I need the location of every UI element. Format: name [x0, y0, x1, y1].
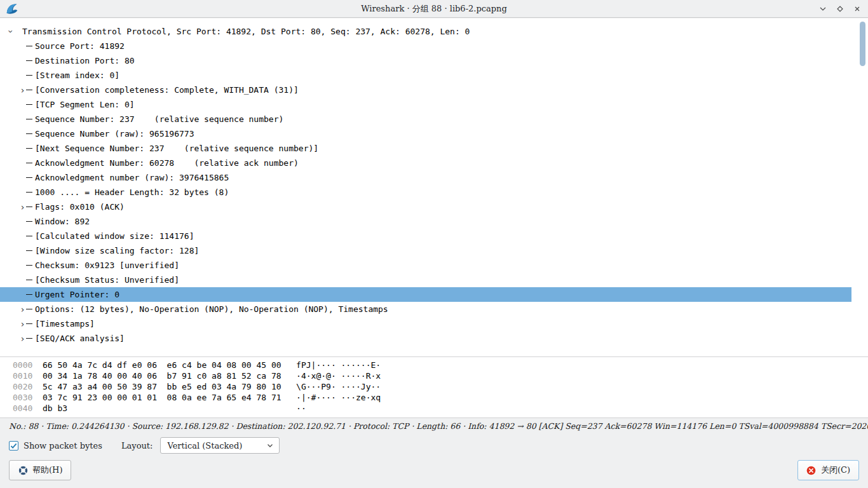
- show-packet-bytes-checkbox[interactable]: [9, 441, 18, 451]
- hex-row[interactable]: 001000 34 1a 78 40 00 40 06 b7 91 c0 a8 …: [13, 371, 868, 382]
- tree-branch-line: [26, 104, 32, 105]
- hex-ascii[interactable]: ··: [296, 403, 306, 413]
- packet-detail-pane: › Transmission Control Protocol, Src Por…: [0, 18, 868, 356]
- tree-branch-line: [26, 163, 32, 163]
- titlebar[interactable]: Wireshark · 分组 88 · lib6-2.pcapng: [0, 0, 868, 18]
- chevron-placeholder: [19, 214, 26, 229]
- tree-row[interactable]: [Window size scaling factor: 128]: [0, 243, 851, 258]
- hex-ascii[interactable]: ·4·x@·@· ·····R·x: [296, 371, 381, 381]
- chevron-placeholder: [19, 53, 26, 68]
- tree-row[interactable]: [Checksum Status: Unverified]: [0, 273, 851, 287]
- tree-row[interactable]: ›[Conversation completeness: Complete, W…: [0, 83, 851, 97]
- tree-branch-line: [26, 46, 32, 46]
- tree-item-label: Flags: 0x010 (ACK): [35, 202, 125, 212]
- tree-item-label: Urgent Pointer: 0: [35, 290, 119, 299]
- tree-row[interactable]: ›Flags: 0x010 (ACK): [0, 200, 851, 214]
- tree-row[interactable]: [Next Sequence Number: 237 (relative seq…: [0, 141, 851, 156]
- tree-item-label: [Stream index: 0]: [35, 71, 119, 80]
- tree-branch-line: [26, 280, 32, 280]
- tree-row[interactable]: ›[Timestamps]: [0, 316, 851, 331]
- hex-ascii[interactable]: \G···P9· ····Jy··: [296, 382, 381, 391]
- tree-row[interactable]: Window: 892: [0, 214, 851, 229]
- tree-branch-line: [26, 323, 32, 324]
- tree-row[interactable]: ›[SEQ/ACK analysis]: [0, 331, 851, 346]
- layout-select[interactable]: Vertical (Stacked): [160, 437, 280, 454]
- chevron-placeholder: [19, 170, 26, 185]
- tree-row[interactable]: ›Options: (12 bytes), No-Operation (NOP)…: [0, 302, 851, 316]
- hex-row[interactable]: 003003 7c 91 23 00 00 01 01 08 0a ee 7a …: [13, 393, 868, 403]
- expand-chevron-icon[interactable]: ›: [19, 83, 26, 97]
- chevron-placeholder: [19, 258, 26, 273]
- tree-branch-line: [26, 207, 32, 207]
- scrollbar-thumb[interactable]: [860, 22, 865, 66]
- tree-item-label: Options: (12 bytes), No-Operation (NOP),…: [35, 304, 388, 314]
- tree-item-label: [Checksum Status: Unverified]: [35, 275, 179, 285]
- packet-summary-line: No.: 88 · Time: 0.244264130 · Source: 19…: [9, 421, 854, 431]
- help-icon: [18, 465, 28, 475]
- scrollbar[interactable]: [859, 19, 866, 355]
- hex-bytes[interactable]: 66 50 4a 7c d4 df e0 06 e6 c4 be 04 08 0…: [43, 360, 281, 370]
- hex-row[interactable]: 0040db b3··: [13, 403, 868, 414]
- close-window-icon[interactable]: [853, 4, 862, 13]
- hex-bytes[interactable]: 00 34 1a 78 40 00 40 06 b7 91 c0 a8 81 5…: [43, 371, 281, 381]
- chevron-placeholder: [19, 229, 26, 243]
- tree-item-label: [SEQ/ACK analysis]: [35, 334, 125, 343]
- tree-row[interactable]: Checksum: 0x9123 [unverified]: [0, 258, 851, 273]
- tree-item-label: [Window size scaling factor: 128]: [35, 246, 199, 255]
- tree-row[interactable]: Source Port: 41892: [0, 39, 851, 53]
- hex-bytes[interactable]: db b3: [43, 403, 281, 413]
- hex-bytes[interactable]: 03 7c 91 23 00 00 01 01 08 0a ee 7a 65 e…: [43, 393, 281, 402]
- tree-row[interactable]: Acknowledgment number (raw): 3976415865: [0, 170, 851, 185]
- window-controls: [818, 0, 862, 18]
- close-button-label: 关闭(C): [821, 464, 850, 476]
- tree-item-label: [Next Sequence Number: 237 (relative seq…: [35, 144, 318, 153]
- tree-item-label: [TCP Segment Len: 0]: [35, 100, 135, 109]
- hex-offset: 0020: [13, 382, 32, 391]
- tree-branch-line: [26, 294, 32, 295]
- tree-row[interactable]: [TCP Segment Len: 0]: [0, 97, 851, 112]
- tree-row[interactable]: [Calculated window size: 114176]: [0, 229, 851, 243]
- checkmark-icon: [10, 442, 17, 449]
- tree-root-row[interactable]: › Transmission Control Protocol, Src Por…: [0, 24, 851, 39]
- hex-ascii[interactable]: fPJ|···· ······E·: [296, 360, 381, 370]
- tree-row[interactable]: Sequence Number: 237 (relative sequence …: [0, 112, 851, 126]
- expand-chevron-icon[interactable]: ›: [19, 316, 26, 331]
- tree-row[interactable]: 1000 .... = Header Length: 32 bytes (8): [0, 185, 851, 200]
- expand-chevron-icon[interactable]: ›: [19, 331, 26, 346]
- help-button[interactable]: 帮助(H): [9, 460, 71, 480]
- tree-item-label: Sequence Number (raw): 965196773: [35, 129, 194, 139]
- tree-row[interactable]: [Stream index: 0]: [0, 68, 851, 83]
- chevron-placeholder: [19, 141, 26, 156]
- tree-branch-line: [26, 338, 32, 339]
- minimize-icon[interactable]: [818, 4, 827, 13]
- chevron-placeholder: [19, 273, 26, 287]
- close-icon: [806, 465, 817, 475]
- hex-row[interactable]: 000066 50 4a 7c d4 df e0 06 e6 c4 be 04 …: [13, 360, 868, 371]
- wireshark-packet-dialog: { "window": { "title": "Wireshark · 分组 8…: [0, 0, 868, 488]
- hex-offset: 0000: [13, 360, 32, 370]
- chevron-placeholder: [19, 185, 26, 200]
- tree-row[interactable]: Acknowledgment Number: 60278 (relative a…: [0, 156, 851, 170]
- expand-chevron-icon[interactable]: ›: [19, 302, 26, 316]
- tree-row[interactable]: Destination Port: 80: [0, 53, 851, 68]
- hex-row[interactable]: 00205c 47 a3 a4 00 50 39 87 bb e5 ed 03 …: [13, 382, 868, 393]
- collapse-chevron-icon[interactable]: ›: [4, 28, 18, 35]
- tree-item-label: Checksum: 0x9123 [unverified]: [35, 261, 179, 270]
- expand-chevron-icon[interactable]: ›: [19, 200, 26, 214]
- tree-row[interactable]: Sequence Number (raw): 965196773: [0, 126, 851, 141]
- hex-ascii[interactable]: ·|·#···· ···ze·xq: [296, 393, 381, 402]
- hex-offset: 0010: [13, 371, 32, 381]
- layout-select-value: Vertical (Stacked): [167, 441, 242, 451]
- tree-branch-line: [26, 60, 32, 61]
- hex-offset: 0040: [13, 403, 32, 413]
- show-packet-bytes-label[interactable]: Show packet bytes: [24, 441, 102, 451]
- chevron-placeholder: [19, 126, 26, 141]
- close-button[interactable]: 关闭(C): [797, 460, 859, 480]
- chevron-placeholder: [19, 243, 26, 258]
- tree-branch-line: [26, 148, 32, 149]
- maximize-icon[interactable]: [836, 4, 844, 13]
- tree-item-label: 1000 .... = Header Length: 32 bytes (8): [35, 187, 229, 197]
- hex-bytes[interactable]: 5c 47 a3 a4 00 50 39 87 bb e5 ed 03 4a 7…: [43, 382, 281, 391]
- tree-branch-line: [26, 177, 32, 178]
- tree-row[interactable]: Urgent Pointer: 0: [0, 287, 851, 302]
